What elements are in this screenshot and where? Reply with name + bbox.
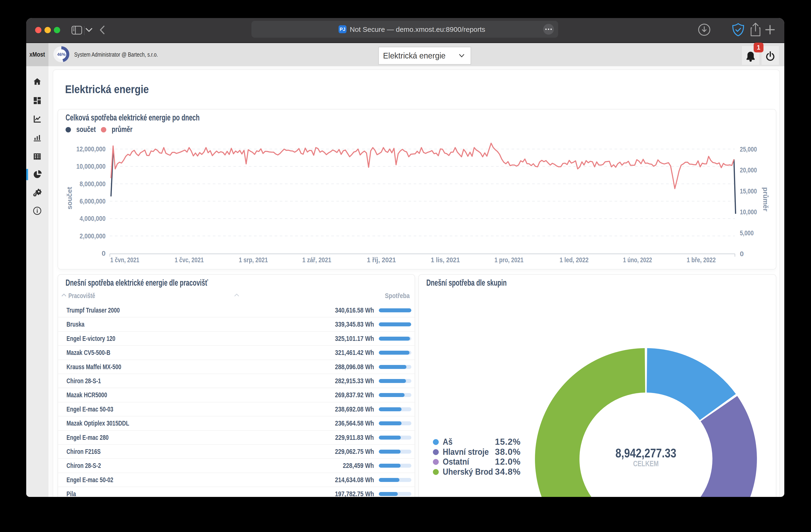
svg-text:10,000: 10,000 — [740, 208, 757, 216]
svg-text:1 pro, 2021: 1 pro, 2021 — [494, 256, 523, 264]
svg-text:20,000: 20,000 — [740, 166, 757, 174]
svg-text:46%: 46% — [57, 52, 65, 57]
svg-text:5,000: 5,000 — [740, 229, 754, 237]
svg-text:1 zář, 2021: 1 zář, 2021 — [302, 256, 331, 264]
svg-text:15,000: 15,000 — [740, 187, 757, 195]
svg-text:1 čvn, 2021: 1 čvn, 2021 — [110, 256, 139, 264]
svg-text:10,000,000: 10,000,000 — [76, 162, 106, 170]
svg-text:1 srp, 2021: 1 srp, 2021 — [239, 256, 268, 264]
svg-text:0: 0 — [740, 250, 744, 257]
svg-text:1 lis, 2021: 1 lis, 2021 — [431, 256, 460, 264]
svg-text:1 led, 2022: 1 led, 2022 — [560, 256, 588, 264]
svg-text:součet: součet — [65, 187, 73, 209]
svg-text:25,000: 25,000 — [740, 145, 757, 153]
svg-text:1 úno, 2022: 1 úno, 2022 — [623, 256, 652, 264]
svg-text:1 říj, 2021: 1 říj, 2021 — [367, 256, 396, 264]
svg-text:6,000,000: 6,000,000 — [80, 197, 106, 205]
svg-text:2,000,000: 2,000,000 — [80, 232, 106, 240]
svg-text:4,000,000: 4,000,000 — [80, 215, 106, 222]
svg-text:12,000,000: 12,000,000 — [76, 145, 106, 153]
svg-text:1 bře, 2022: 1 bře, 2022 — [687, 256, 716, 264]
svg-text:průměr: průměr — [762, 187, 769, 212]
svg-text:0: 0 — [102, 249, 106, 257]
svg-text:1 čvc, 2021: 1 čvc, 2021 — [175, 256, 204, 264]
svg-text:8,000,000: 8,000,000 — [80, 180, 106, 188]
